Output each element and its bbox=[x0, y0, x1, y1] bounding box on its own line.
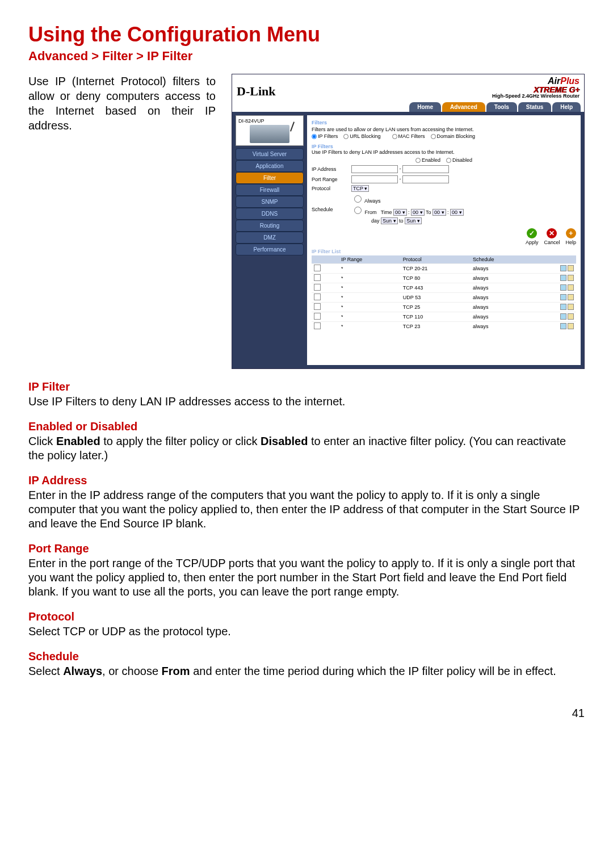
edit-icon[interactable] bbox=[560, 265, 566, 271]
cell-schedule: always bbox=[471, 264, 532, 274]
delete-icon[interactable] bbox=[568, 265, 574, 271]
delete-icon[interactable] bbox=[568, 323, 574, 329]
status-disabled[interactable]: Disabled bbox=[446, 157, 472, 163]
row-checkbox[interactable] bbox=[314, 265, 321, 271]
row-checkbox[interactable] bbox=[314, 322, 321, 329]
sidebar-item-ddns[interactable]: DDNS bbox=[236, 208, 304, 220]
time-mm2[interactable]: 00 ▾ bbox=[450, 209, 464, 216]
tab-help[interactable]: Help bbox=[552, 102, 581, 112]
delete-icon[interactable] bbox=[568, 294, 574, 300]
section-title: Enabled or Disabled bbox=[28, 420, 585, 433]
day-to[interactable]: Sun ▾ bbox=[405, 217, 422, 224]
table-row: *TCP 110always bbox=[312, 312, 576, 322]
table-row: *TCP 443always bbox=[312, 283, 576, 293]
filter-list-title: IP Filter List bbox=[312, 249, 576, 254]
table-row: *TCP 25always bbox=[312, 303, 576, 312]
filter-type-radios: IP FiltersURL BlockingMAC FiltersDomain … bbox=[312, 133, 576, 139]
edit-icon[interactable] bbox=[560, 275, 566, 281]
help-button[interactable]: +Help bbox=[565, 228, 576, 245]
schedule-always-label: Always bbox=[364, 198, 381, 204]
brand-sub: High-Speed 2.4GHz Wireless Router bbox=[492, 94, 580, 99]
intro-text: Use IP (Internet Protocol) filters to al… bbox=[28, 74, 216, 369]
section-title: Port Range bbox=[28, 542, 585, 555]
row-checkbox[interactable] bbox=[314, 284, 321, 291]
brand-logo: D-Link bbox=[237, 84, 275, 99]
time-label: Time bbox=[381, 209, 392, 215]
row-checkbox[interactable] bbox=[314, 313, 321, 320]
ip-address-inputs[interactable]: - bbox=[351, 165, 576, 173]
section-title: IP Address bbox=[28, 474, 585, 487]
panel-subheading: IP Filters bbox=[312, 144, 576, 149]
cell-protocol: UDP 53 bbox=[401, 293, 471, 303]
delete-icon[interactable] bbox=[568, 304, 574, 310]
section-body: Select TCP or UDP as the protocol type. bbox=[28, 624, 585, 639]
cell-protocol: TCP 80 bbox=[401, 274, 471, 283]
day-label: day bbox=[371, 218, 380, 224]
edit-icon[interactable] bbox=[560, 284, 566, 291]
cell-protocol: TCP 25 bbox=[401, 303, 471, 312]
cell-protocol: TCP 110 bbox=[401, 312, 471, 322]
breadcrumb: Advanced > Filter > IP Filter bbox=[28, 49, 585, 64]
day-to-label: to bbox=[399, 218, 404, 224]
filter-type-ip-filters[interactable]: IP Filters bbox=[312, 133, 338, 139]
row-checkbox[interactable] bbox=[314, 274, 321, 281]
cancel-button[interactable]: ✕Cancel bbox=[544, 228, 560, 245]
page-number: 41 bbox=[28, 707, 585, 720]
schedule-from-radio[interactable] bbox=[354, 207, 362, 214]
x-icon: ✕ bbox=[547, 228, 557, 238]
product-brand: AirPlus XTREME G+ High-Speed 2.4GHz Wire… bbox=[492, 77, 580, 99]
time-hh2[interactable]: 00 ▾ bbox=[433, 209, 446, 216]
schedule-controls[interactable]: Always From Time 00 ▾ : 00 ▾ To 00 ▾ : 0… bbox=[351, 194, 576, 225]
schedule-from-label: From bbox=[365, 209, 377, 215]
apply-button[interactable]: ✓Apply bbox=[526, 228, 539, 245]
delete-icon[interactable] bbox=[568, 313, 574, 320]
tab-advanced[interactable]: Advanced bbox=[442, 102, 485, 112]
sidebar-item-snmp[interactable]: SNMP bbox=[236, 196, 304, 208]
col-header bbox=[532, 255, 576, 264]
label-ip-address: IP Address bbox=[312, 166, 351, 172]
tab-status[interactable]: Status bbox=[518, 102, 552, 112]
protocol-select[interactable]: TCP ▾ bbox=[351, 186, 576, 191]
cell-schedule: always bbox=[471, 293, 532, 303]
port-range-inputs[interactable]: - bbox=[351, 175, 576, 183]
sidebar-item-firewall[interactable]: Firewall bbox=[236, 184, 304, 196]
section-body: Use IP Filters to deny LAN IP addresses … bbox=[28, 395, 585, 409]
delete-icon[interactable] bbox=[568, 275, 574, 281]
cell-range: * bbox=[339, 283, 401, 293]
main-tabs: HomeAdvancedToolsStatusHelp bbox=[232, 102, 584, 112]
delete-icon[interactable] bbox=[568, 284, 574, 291]
edit-icon[interactable] bbox=[560, 323, 566, 329]
filter-type-url-blocking[interactable]: URL Blocking bbox=[343, 133, 380, 139]
label-port-range: Port Range bbox=[312, 177, 351, 182]
device-image bbox=[250, 125, 289, 143]
sidebar-item-filter[interactable]: Filter bbox=[236, 172, 304, 184]
time-hh1[interactable]: 00 ▾ bbox=[393, 209, 407, 216]
sidebar-item-virtual-server[interactable]: Virtual Server bbox=[236, 148, 304, 160]
section-body: Select Always, or choose From and enter … bbox=[28, 664, 585, 678]
sidebar-item-routing[interactable]: Routing bbox=[236, 220, 304, 232]
table-row: *TCP 23always bbox=[312, 322, 576, 332]
router-ui-screenshot: D-Link AirPlus XTREME G+ High-Speed 2.4G… bbox=[232, 74, 585, 369]
row-checkbox[interactable] bbox=[314, 293, 321, 300]
schedule-always-radio[interactable] bbox=[354, 195, 362, 203]
time-mm1[interactable]: 00 ▾ bbox=[411, 209, 425, 216]
table-row: *TCP 20-21always bbox=[312, 264, 576, 274]
cell-protocol: TCP 443 bbox=[401, 283, 471, 293]
sidebar-item-dmz[interactable]: DMZ bbox=[236, 232, 304, 244]
status-enabled[interactable]: Enabled bbox=[415, 157, 440, 163]
filter-type-mac-filters[interactable]: MAC Filters bbox=[392, 133, 425, 139]
edit-icon[interactable] bbox=[560, 294, 566, 300]
sidebar-item-application[interactable]: Application bbox=[236, 160, 304, 172]
edit-icon[interactable] bbox=[560, 313, 566, 320]
day-from[interactable]: Sun ▾ bbox=[381, 217, 398, 224]
panel-subdesc: Use IP Filters to deny LAN IP addresses … bbox=[312, 149, 576, 155]
filter-type-domain-blocking[interactable]: Domain Blocking bbox=[431, 133, 476, 139]
tab-tools[interactable]: Tools bbox=[486, 102, 517, 112]
table-row: *TCP 80always bbox=[312, 274, 576, 283]
cell-range: * bbox=[339, 303, 401, 312]
section-body: Click Enabled to apply the filter policy… bbox=[28, 434, 585, 463]
tab-home[interactable]: Home bbox=[409, 102, 441, 112]
row-checkbox[interactable] bbox=[314, 303, 321, 310]
edit-icon[interactable] bbox=[560, 304, 566, 310]
sidebar-item-performance[interactable]: Performance bbox=[236, 244, 304, 255]
